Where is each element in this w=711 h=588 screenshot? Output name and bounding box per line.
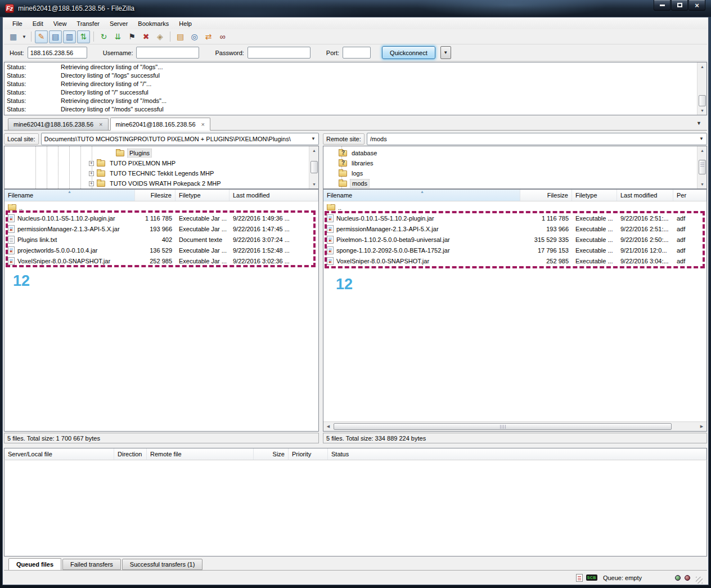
queue-body[interactable] xyxy=(4,460,707,556)
queue-column-header[interactable]: Size xyxy=(254,448,289,460)
process-queue-icon[interactable]: ⇊ xyxy=(111,30,124,43)
session-tab-1[interactable]: mine62041@188.165.238.56 × xyxy=(8,118,109,130)
file-row[interactable]: permissionManager-2.1.3-API-5.X.jar 193 … xyxy=(4,223,318,234)
chevron-down-icon[interactable]: ▼ xyxy=(311,136,316,141)
panel-splitter[interactable] xyxy=(319,132,323,443)
refresh-icon[interactable]: ↻ xyxy=(97,30,110,43)
scroll-up-icon[interactable]: ▲ xyxy=(698,146,707,155)
menu-item[interactable]: Server xyxy=(105,19,133,28)
title-bar[interactable]: Fz mine62041@188.165.238.56 - FileZilla … xyxy=(0,0,711,17)
queue-column-header[interactable]: Status xyxy=(328,448,706,460)
remote-site-combo[interactable]: /mods ▼ xyxy=(367,133,707,145)
toolbar-separator[interactable] xyxy=(170,32,170,42)
column-header[interactable]: Filetype xyxy=(176,190,230,201)
tree-scroll-thumb[interactable] xyxy=(699,160,706,174)
site-manager-icon[interactable]: ▦ xyxy=(7,30,20,43)
reconnect-icon[interactable]: ◈ xyxy=(154,30,166,43)
tree-item[interactable]: + database xyxy=(323,148,706,158)
toggle-remote-tree-icon[interactable]: ▥ xyxy=(63,30,76,43)
file-row[interactable]: VoxelSniper-8.0.0-SNAPSHOT.jar 252 985 E… xyxy=(323,255,706,266)
expand-plus-icon[interactable]: + xyxy=(89,161,94,166)
column-header[interactable]: Last modified xyxy=(230,190,318,201)
file-row[interactable]: sponge-1.10.2-2092-5.0.0-BETA-1752.jar 1… xyxy=(323,245,706,255)
log-scrollbar[interactable]: ▲ ▼ xyxy=(697,62,706,115)
menu-item[interactable]: Help xyxy=(174,19,197,28)
tree-item[interactable]: + Plugins xyxy=(4,148,318,158)
tree-item[interactable]: + TUTO PIXELMON MHP xyxy=(4,158,318,168)
disconnect-icon[interactable]: ✖ xyxy=(140,30,152,43)
session-tab-2[interactable]: mine62041@188.165.238.56 × xyxy=(110,118,211,131)
column-header[interactable]: Filesize xyxy=(135,190,176,201)
menu-item[interactable]: Edit xyxy=(28,19,48,28)
scroll-left-icon[interactable]: ◀ xyxy=(323,422,333,431)
tree-item[interactable]: + mods xyxy=(323,178,706,188)
file-row[interactable]: Nucleus-0.10.1-S5-1.10.2-plugin.jar 1 11… xyxy=(323,213,706,223)
menu-item[interactable]: Transfer xyxy=(71,19,105,28)
scroll-down-icon[interactable]: ▼ xyxy=(309,180,319,188)
file-row[interactable]: VoxelSniper-8.0.0-SNAPSHOT.jar 252 985 E… xyxy=(4,255,318,266)
file-row[interactable]: permissionManager-2.1.3-API-5.X.jar 193 … xyxy=(323,223,706,234)
tree-scroll-thumb[interactable] xyxy=(310,161,318,173)
cancel-operation-icon[interactable]: ⚑ xyxy=(125,30,138,43)
tab-list-dropdown-icon[interactable]: ▼ xyxy=(696,120,701,126)
log-scroll-thumb[interactable] xyxy=(699,95,706,106)
hscroll-thumb[interactable] xyxy=(334,423,672,430)
queue-column-header[interactable]: Direction xyxy=(114,448,147,460)
toggle-queue-icon[interactable]: ⇅ xyxy=(77,30,90,43)
host-input[interactable] xyxy=(28,47,87,59)
port-input[interactable] xyxy=(343,47,371,59)
parent-directory-row[interactable]: .. xyxy=(323,202,706,213)
tree-item[interactable]: + TUTO VOIDS WRATH Pokepack 2 MHP xyxy=(4,178,318,188)
expand-plus-icon[interactable]: + xyxy=(89,181,94,186)
quickconnect-button[interactable]: Quickconnect xyxy=(382,46,435,59)
queue-splitter[interactable] xyxy=(4,443,707,448)
minimize-button[interactable] xyxy=(654,0,670,11)
quickconnect-dropdown-icon[interactable]: ▼ xyxy=(440,46,451,59)
scroll-up-icon[interactable]: ▲ xyxy=(698,62,707,71)
tree-item[interactable]: + logs xyxy=(323,168,706,178)
local-site-combo[interactable]: Documents\TUTO MCHOSTINGPRO\TUTO PIXELMO… xyxy=(41,133,319,145)
menu-item[interactable]: Bookmarks xyxy=(133,19,174,28)
queue-column-header[interactable]: Remote file xyxy=(147,448,254,460)
find-files-icon[interactable]: ∞ xyxy=(216,30,229,43)
scroll-down-icon[interactable]: ▼ xyxy=(698,106,707,115)
expand-plus-icon[interactable]: + xyxy=(89,171,94,176)
column-header[interactable]: Per xyxy=(673,190,706,201)
queue-column-header[interactable]: Priority xyxy=(289,448,328,460)
toggle-message-log-icon[interactable]: ✎ xyxy=(35,30,48,43)
file-row[interactable]: Pixelmon-1.10.2-5.0.0-beta9-universal.ja… xyxy=(323,234,706,245)
toolbar-separator[interactable] xyxy=(31,32,32,42)
password-input[interactable] xyxy=(248,47,310,59)
filetype-notes-icon[interactable] xyxy=(576,574,583,582)
tab-successful-transfers[interactable]: Successful transfers (1) xyxy=(122,559,203,570)
parent-directory-row[interactable]: .. xyxy=(4,202,318,213)
resize-grip[interactable] xyxy=(696,577,703,583)
remote-horizontal-scrollbar[interactable]: ◀ ▶ xyxy=(323,421,706,431)
close-button[interactable]: × xyxy=(688,0,705,11)
chevron-down-icon[interactable]: ▼ xyxy=(699,136,704,141)
queue-column-header[interactable]: Server/Local file xyxy=(4,448,114,460)
tab-close-icon[interactable]: × xyxy=(201,121,205,128)
file-row[interactable]: Nucleus-0.10.1-S5-1.10.2-plugin.jar 1 11… xyxy=(4,213,318,223)
tree-item[interactable]: + libraries xyxy=(323,158,706,168)
maximize-button[interactable] xyxy=(671,0,688,11)
menu-item[interactable]: View xyxy=(48,19,72,28)
speedlimit-badge-icon[interactable]: SCB xyxy=(586,574,597,581)
synchronized-browsing-icon[interactable]: ⇄ xyxy=(202,30,215,43)
toggle-local-tree-icon[interactable]: ▤ xyxy=(49,30,62,43)
file-row[interactable]: projectworlds-5.0.0-0.10.4.jar 136 529 E… xyxy=(4,245,318,255)
username-input[interactable] xyxy=(136,47,199,59)
menu-item[interactable]: File xyxy=(7,19,28,28)
filter-icon[interactable]: ▤ xyxy=(174,30,187,43)
local-tree-scrollbar[interactable]: ▲ ▼ xyxy=(309,146,318,188)
file-row[interactable]: Plugins link.txt 402 Document texte 9/22… xyxy=(4,234,318,245)
column-header[interactable]: Filesize xyxy=(520,190,572,201)
tree-item[interactable]: + TUTO TECHNIC Tekkit Legends MHP xyxy=(4,168,318,178)
scroll-up-icon[interactable]: ▲ xyxy=(309,146,319,155)
directory-comparison-icon[interactable]: ◎ xyxy=(188,30,201,43)
toolbar-separator[interactable] xyxy=(93,32,94,42)
remote-tree-scrollbar[interactable]: ▲ ▼ xyxy=(697,146,706,188)
column-header[interactable]: Last modified xyxy=(617,190,673,201)
scroll-down-icon[interactable]: ▼ xyxy=(698,180,707,188)
site-manager-dropdown-icon[interactable]: ▼ xyxy=(21,30,28,43)
